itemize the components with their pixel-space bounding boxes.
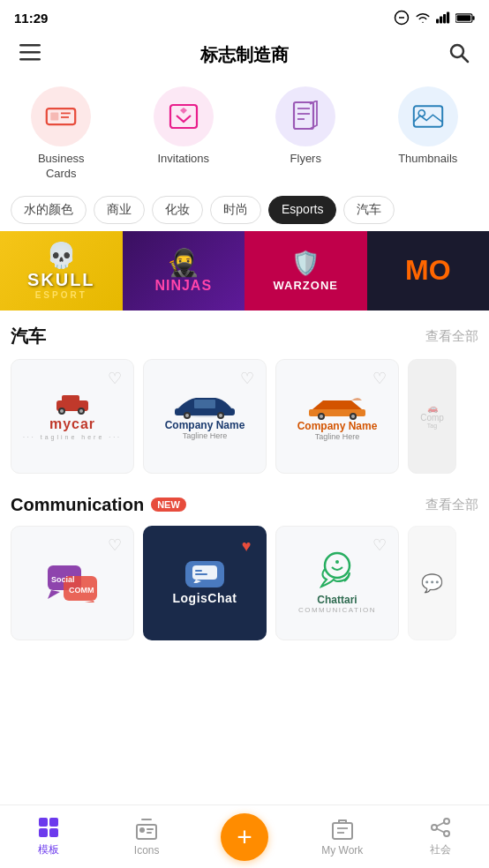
svg-rect-57 <box>39 828 48 837</box>
communication-view-all[interactable]: 查看全部 <box>425 497 478 513</box>
flyer-icon <box>290 101 321 132</box>
mycar-card[interactable]: ♡ mycar ··· tagline here ··· <box>11 359 134 474</box>
category-thumbnails[interactable]: Thumbnails <box>367 86 490 182</box>
category-row: BusinessCards Invitations <box>0 78 489 189</box>
mycar-name: mycar <box>49 416 95 432</box>
svg-rect-63 <box>333 823 352 839</box>
svg-rect-52 <box>195 573 207 575</box>
grid-icon <box>37 816 60 839</box>
logischat-name: LogisChat <box>173 591 237 605</box>
new-badge: NEW <box>151 498 186 512</box>
chattari-heart[interactable]: ♡ <box>368 534 391 557</box>
heart-icon-blue: ♡ <box>240 370 254 386</box>
search-button[interactable] <box>443 37 475 72</box>
company-orange-heart[interactable]: ♡ <box>368 367 391 390</box>
company-orange-card[interactable]: ♡ Company Name Tagline Here <box>275 359 399 474</box>
mycar-heart[interactable]: ♡ <box>103 367 126 390</box>
svg-rect-10 <box>19 51 41 54</box>
sports-car-svg <box>169 393 240 419</box>
svg-rect-58 <box>49 828 58 837</box>
filter-fashion[interactable]: 时尚 <box>210 196 261 224</box>
menu-button[interactable] <box>14 39 46 71</box>
svg-rect-7 <box>472 16 474 20</box>
category-invitations[interactable]: Invitations <box>123 86 245 182</box>
icons-nav-icon <box>135 818 158 841</box>
esports-warzone-logo[interactable]: 🛡️ WARZONE <box>244 231 367 311</box>
svg-rect-8 <box>457 15 471 20</box>
category-flyers[interactable]: Flyers <box>244 86 367 182</box>
chattari-logo: Chattari COMMUNICATION <box>298 551 376 614</box>
menu-icon <box>19 44 41 62</box>
logischat-card[interactable]: ♥ LogisChat <box>143 526 267 640</box>
mo-text: MO <box>405 254 451 287</box>
company-orange-logo: Company Name Tagline Here <box>297 392 378 441</box>
orange-car-svg <box>305 392 369 420</box>
svg-text:COMM: COMM <box>69 586 94 595</box>
esports-skull-logo[interactable]: 💀 SKULL ESPORT <box>0 231 123 311</box>
svg-point-68 <box>444 831 449 836</box>
logischat-logo: LogisChat <box>173 561 237 605</box>
category-business-cards[interactable]: BusinessCards <box>0 86 123 182</box>
social-comm-logo: COMM Social <box>46 564 99 602</box>
nav-templates[interactable]: 模板 <box>0 812 98 861</box>
svg-line-69 <box>437 823 444 827</box>
invitation-icon <box>168 101 199 132</box>
nav-icons[interactable]: Icons <box>98 814 196 860</box>
heart-icon-social: ♡ <box>108 537 122 553</box>
filter-esports[interactable]: Esports <box>268 196 336 224</box>
social-comm-card[interactable]: ♡ COMM Social <box>11 526 134 640</box>
chattari-svg <box>314 551 360 594</box>
svg-point-36 <box>219 414 222 417</box>
esports-ninjas-logo[interactable]: 🥷 NINJAS <box>123 231 245 311</box>
filter-business[interactable]: 商业 <box>94 196 145 224</box>
logischat-heart[interactable]: ♥ <box>235 535 258 557</box>
header-title: 标志制造商 <box>200 43 289 67</box>
svg-rect-55 <box>39 818 48 827</box>
svg-rect-3 <box>440 16 442 23</box>
nav-add[interactable]: + <box>196 810 294 864</box>
partial-content: 🚗 Comp Tag <box>417 400 448 432</box>
plus-icon: + <box>237 824 252 850</box>
company-blue-name: Company Name <box>165 419 245 431</box>
svg-rect-4 <box>443 14 446 23</box>
nav-social[interactable]: 社会 <box>391 812 489 861</box>
social-comm-heart[interactable]: ♡ <box>103 534 126 557</box>
add-button[interactable]: + <box>221 813 268 861</box>
car-section: 汽车 查看全部 ♡ mycar <box>0 314 489 484</box>
dnd-icon <box>394 10 410 26</box>
social-icon <box>429 816 452 839</box>
communication-section: Communication NEW 查看全部 ♡ COMM S <box>0 484 489 651</box>
heart-icon-logischat: ♥ <box>242 538 252 554</box>
svg-rect-23 <box>414 106 442 126</box>
company-blue-heart[interactable]: ♡ <box>236 367 259 390</box>
mycar-car-svg <box>53 392 92 415</box>
nav-my-work[interactable]: My Work <box>293 814 391 860</box>
esports-mo-logo[interactable]: MO <box>367 231 490 311</box>
mycar-logo: mycar ··· tagline here ··· <box>23 392 122 440</box>
company-blue-tagline: Tagline Here <box>183 431 228 440</box>
nav-icons-label: Icons <box>134 844 160 857</box>
svg-point-53 <box>325 553 350 578</box>
filter-car[interactable]: 汽车 <box>343 196 395 224</box>
car-partial-card[interactable]: 🚗 Comp Tag <box>408 359 456 474</box>
communication-card-row: ♡ COMM Social ♥ <box>11 526 478 647</box>
filter-water-color[interactable]: 水的颜色 <box>11 196 87 224</box>
svg-marker-44 <box>48 590 60 599</box>
car-view-all[interactable]: 查看全部 <box>425 328 478 345</box>
filter-makeup[interactable]: 化妆 <box>152 196 203 224</box>
chattari-sub: COMMUNICATION <box>298 606 376 614</box>
heart-icon: ♡ <box>108 370 122 386</box>
mycar-tagline: ··· tagline here ··· <box>23 434 122 440</box>
company-blue-card[interactable]: ♡ Company Name Tagline Here <box>143 359 267 474</box>
svg-rect-51 <box>195 570 202 572</box>
company-blue-logo: Company Name Tagline Here <box>165 393 245 440</box>
search-icon <box>448 42 470 64</box>
svg-rect-56 <box>49 818 58 827</box>
comm-partial-card[interactable]: 💬 <box>408 526 456 640</box>
chattari-card[interactable]: ♡ Chattari COMMUNICATION <box>275 526 399 640</box>
social-comm-svg: COMM Social <box>46 564 99 602</box>
svg-rect-59 <box>137 825 156 839</box>
signal-icon <box>436 11 450 24</box>
skull-emoji: 💀 <box>46 241 77 270</box>
ninja-icon: 🥷 <box>167 247 199 278</box>
